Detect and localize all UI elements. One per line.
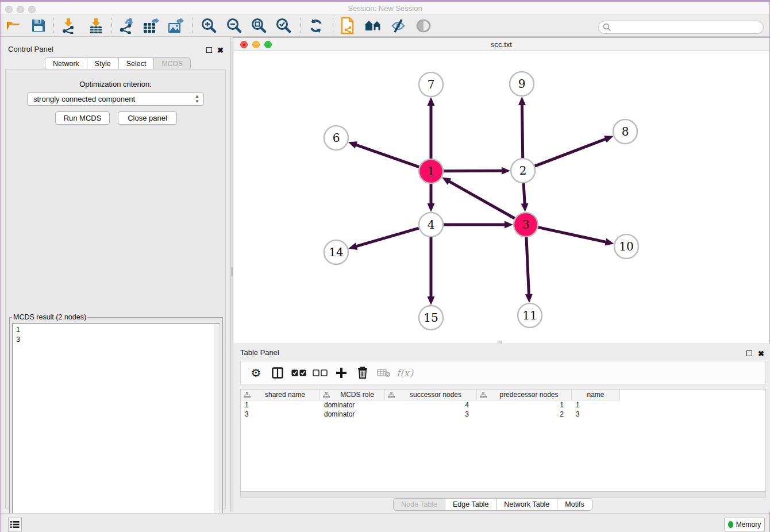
graph-node-11[interactable]: 11 [518,303,542,327]
task-history-button[interactable] [8,518,22,531]
table-cell[interactable]: 4 [385,400,477,410]
refresh-icon[interactable] [306,16,326,35]
toolbar-separator [53,18,54,33]
tab-network[interactable]: Network [45,57,87,70]
graph-node-6[interactable]: 6 [324,126,348,150]
column-header-predecessor-nodes[interactable]: predecessor nodes [477,390,572,400]
table-cell[interactable]: dominator [320,410,385,419]
column-header-successor-nodes[interactable]: successor nodes [385,390,477,400]
zoom-fit-icon[interactable] [249,16,268,35]
column-header-shared-name[interactable]: shared name [241,390,320,400]
control-panel-title: Control Panel [8,45,53,53]
add-column-icon[interactable] [330,364,352,381]
export-table-icon[interactable] [141,16,161,35]
graph-node-2[interactable]: 2 [511,159,535,183]
export-network-icon[interactable] [117,16,136,35]
table-row-1[interactable]: 3dominator323 [241,410,765,419]
svg-text:10: 10 [619,240,633,253]
zoom-in-icon[interactable] [199,16,218,35]
column-header-label: shared name [251,391,319,399]
run-mcds-button[interactable]: Run MCDS [55,111,110,125]
edge-3-1[interactable] [448,181,514,218]
export-image-icon[interactable] [166,16,186,35]
graph-node-8[interactable]: 8 [613,119,637,144]
tab-style[interactable]: Style [87,57,119,70]
arrowhead-icon [348,242,357,249]
graph-node-15[interactable]: 15 [419,306,443,330]
graph-node-10[interactable]: 10 [614,234,638,259]
delete-table-icon[interactable] [373,364,394,381]
edge-2-9[interactable] [522,104,522,158]
graph-node-7[interactable]: 7 [419,72,443,97]
float-panel-icon[interactable] [206,45,212,55]
toolbar-separator [111,18,112,33]
tab-network-table[interactable]: Network Table [496,498,557,511]
graph-node-1[interactable]: 1 [419,159,443,183]
table-cell[interactable]: 1 [241,400,320,410]
function-builder-icon[interactable]: f(x) [394,364,415,381]
edge-1-6[interactable] [355,145,419,167]
graph-node-3[interactable]: 3 [514,213,538,237]
close-panel-icon[interactable]: ✖ [217,45,224,55]
edge-1-2[interactable] [444,171,503,171]
table-body: 1dominator4113dominator323 [241,400,765,419]
memory-button[interactable]: Memory [724,518,765,531]
close-panel-button[interactable]: Close panel [118,111,177,125]
tab-mcds[interactable]: MCDS [154,57,191,70]
table-cell[interactable]: dominator [320,400,385,410]
scrollbar[interactable] [214,324,220,525]
network-window-titlebar[interactable]: ✕ − + scc.txt [233,38,769,51]
cybrowser-home-icon[interactable] [363,16,383,35]
column-header-MCDS-role[interactable]: MCDS role [320,390,385,400]
delete-column-icon[interactable] [352,364,373,381]
tab-select[interactable]: Select [119,57,155,70]
arrowhead-icon [525,294,533,303]
table-panel: Table Panel ✖ ⚙ [233,344,770,512]
close-table-panel-icon[interactable]: ✖ [758,348,764,358]
arrowhead-icon [505,221,513,229]
graph-node-4[interactable]: 4 [419,213,443,237]
open-session-icon[interactable] [4,16,24,35]
edge-3-11[interactable] [526,237,529,295]
edge-2-8[interactable] [535,138,607,166]
network-graph[interactable]: 7968124314101511 [233,52,769,343]
table-cell[interactable]: 3 [241,410,320,419]
columns-icon[interactable] [267,364,288,381]
table-cell[interactable]: 1 [572,400,620,410]
bird-eye-view-icon[interactable] [414,16,433,35]
import-network-icon[interactable] [59,16,78,35]
control-panel: Control Panel ✖ Network Style Select MCD… [1,37,230,512]
mcds-result-textarea[interactable]: 13 [12,323,220,525]
zoom-selected-icon[interactable] [274,16,293,35]
memory-label: Memory [736,521,761,529]
new-network-from-selection-icon[interactable] [338,16,357,35]
zoom-out-icon[interactable] [224,16,244,35]
criterion-select[interactable]: strongly connected component ▲▼ [27,92,204,106]
table-cell[interactable]: 3 [385,410,477,419]
table-row-0[interactable]: 1dominator411 [241,400,765,410]
arrowhead-icon [605,238,614,246]
hide-panel-icon[interactable] [388,16,408,35]
table-cell[interactable]: 1 [477,400,572,410]
tab-motifs[interactable]: Motifs [557,498,592,511]
edge-4-14[interactable] [356,228,419,246]
deselect-all-icon[interactable] [309,364,330,381]
import-table-icon[interactable] [86,16,106,35]
graph-node-14[interactable]: 14 [324,240,348,264]
select-all-icon[interactable] [288,364,309,381]
column-header-name[interactable]: name [572,390,620,400]
table-cell[interactable]: 2 [477,410,572,419]
graph-node-9[interactable]: 9 [510,72,534,96]
float-table-panel-icon[interactable] [746,348,752,358]
gear-icon[interactable]: ⚙ [245,364,267,381]
network-canvas[interactable]: 7968124314101511 [233,52,769,343]
table-cell[interactable]: 3 [572,410,620,419]
edge-3-10[interactable] [538,228,606,242]
tab-node-table[interactable]: Node Table [393,498,445,511]
arrowhead-icon [348,141,357,148]
save-session-icon[interactable] [28,16,48,35]
search-input[interactable] [598,21,764,34]
svg-text:14: 14 [329,245,343,259]
tab-edge-table[interactable]: Edge Table [445,498,496,511]
edge-2-3[interactable] [523,183,525,205]
